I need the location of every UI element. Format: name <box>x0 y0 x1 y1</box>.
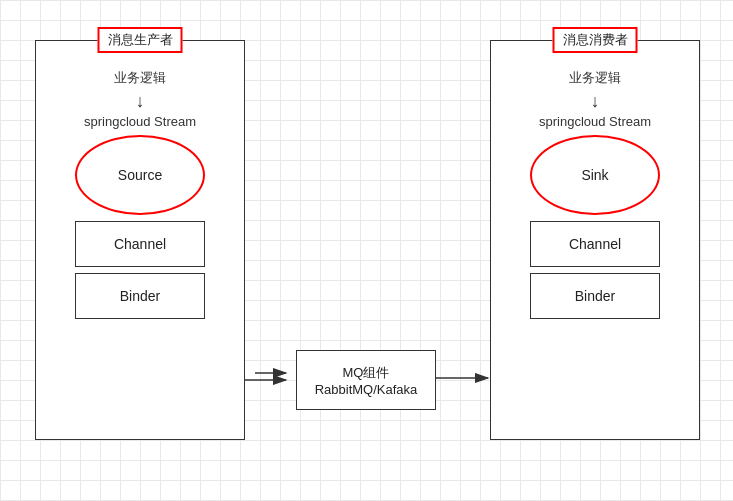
consumer-business-label: 业务逻辑 <box>491 69 699 87</box>
source-label: Source <box>118 167 162 183</box>
diagram-canvas: 消息生产者 业务逻辑 ↓ springcloud Stream Source C… <box>0 0 733 501</box>
down-arrow-icon: ↓ <box>136 91 145 112</box>
consumer-channel-label: Channel <box>569 236 621 252</box>
mq-line2: RabbitMQ/Kafaka <box>315 382 418 397</box>
producer-container: 消息生产者 业务逻辑 ↓ springcloud Stream Source C… <box>35 40 245 440</box>
sink-oval: Sink <box>530 135 660 215</box>
producer-binder-box: Binder <box>75 273 205 319</box>
consumer-stream-label: springcloud Stream <box>491 114 699 129</box>
consumer-container: 消息消费者 业务逻辑 ↓ springcloud Stream Sink Cha… <box>490 40 700 440</box>
consumer-binder-box: Binder <box>530 273 660 319</box>
producer-channel-label: Channel <box>114 236 166 252</box>
mq-line1: MQ组件 <box>343 364 390 382</box>
consumer-channel-box: Channel <box>530 221 660 267</box>
producer-business-label: 业务逻辑 <box>36 69 244 87</box>
producer-title: 消息生产者 <box>98 27 183 53</box>
producer-stream-label: springcloud Stream <box>36 114 244 129</box>
sink-label: Sink <box>581 167 608 183</box>
producer-channel-box: Channel <box>75 221 205 267</box>
consumer-title: 消息消费者 <box>553 27 638 53</box>
producer-binder-label: Binder <box>120 288 160 304</box>
producer-arrow-down: ↓ <box>36 91 244 112</box>
source-oval: Source <box>75 135 205 215</box>
consumer-arrow-down: ↓ <box>491 91 699 112</box>
mq-box: MQ组件 RabbitMQ/Kafaka <box>296 350 436 410</box>
consumer-binder-label: Binder <box>575 288 615 304</box>
consumer-down-arrow-icon: ↓ <box>591 91 600 112</box>
